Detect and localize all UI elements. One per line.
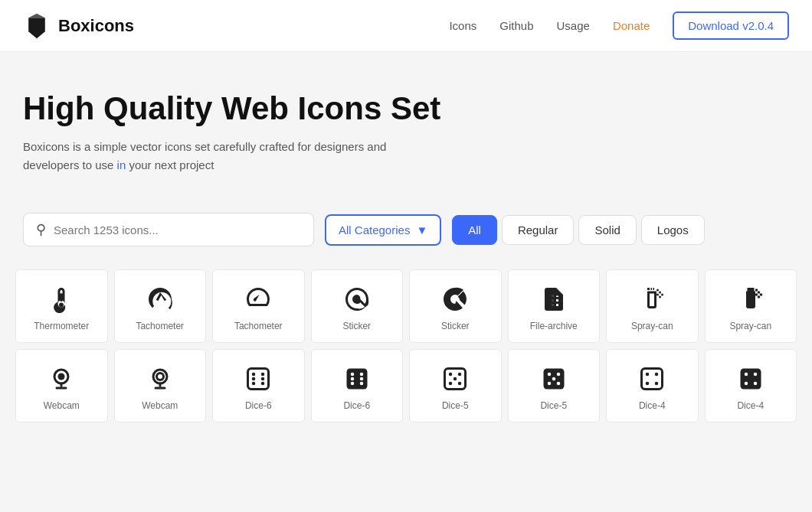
svg-point-20 — [252, 373, 256, 377]
svg-rect-3 — [61, 294, 63, 302]
category-label: All Categories — [339, 223, 410, 236]
tachometer-label-1: Tachometer — [136, 321, 184, 331]
logo-text: Boxicons — [58, 16, 134, 36]
dice-6-icon-2 — [343, 365, 371, 393]
sticker-card-2[interactable]: Sticker — [409, 269, 502, 343]
logo-area: Boxicons — [23, 12, 134, 40]
svg-point-22 — [252, 377, 256, 381]
filter-tabs: All Regular Solid Logos — [452, 215, 704, 245]
webcam-icon-1 — [47, 365, 75, 393]
hero-desc-part2: your next project — [126, 158, 214, 171]
sticker-card-1[interactable]: Sticker — [311, 269, 404, 343]
thermometer-label: Thermometer — [34, 321, 89, 331]
dice-4-card-1[interactable]: Dice-4 — [606, 349, 699, 422]
svg-point-38 — [458, 382, 462, 386]
webcam-card-2[interactable]: Webcam — [114, 349, 207, 422]
svg-point-43 — [548, 382, 552, 386]
svg-point-42 — [552, 377, 556, 381]
tab-logos[interactable]: Logos — [641, 215, 705, 245]
nav-icons[interactable]: Icons — [449, 19, 476, 32]
svg-point-24 — [252, 382, 256, 386]
svg-point-44 — [557, 382, 561, 386]
dice-6-label-1: Dice-6 — [245, 400, 272, 411]
svg-point-25 — [261, 382, 265, 386]
icons-grid-row2: Webcam Webcam Dice-6 — [0, 346, 812, 426]
dice-4-icon-2 — [737, 365, 765, 393]
dice-6-card-2[interactable]: Dice-6 — [311, 349, 404, 422]
svg-marker-0 — [28, 18, 45, 38]
search-box: ⚲ — [23, 213, 314, 246]
webcam-label-1: Webcam — [44, 400, 80, 411]
file-archive-label: File-archive — [530, 321, 578, 331]
dice-4-label-2: Dice-4 — [737, 400, 764, 411]
svg-point-9 — [755, 293, 758, 296]
dice-5-icon-2 — [540, 365, 568, 393]
icons-grid-row1: Thermometer Tachometer Tachometer Sticke… — [0, 266, 812, 346]
tab-all[interactable]: All — [452, 215, 497, 245]
svg-point-40 — [548, 373, 552, 377]
svg-point-27 — [351, 373, 355, 377]
thermometer-icon — [47, 285, 75, 313]
svg-point-46 — [646, 373, 650, 377]
dice-5-icon-1 — [441, 365, 469, 393]
svg-point-48 — [646, 382, 650, 386]
thermometer-card[interactable]: Thermometer — [15, 269, 108, 343]
svg-point-34 — [449, 373, 453, 377]
svg-point-36 — [453, 377, 457, 381]
dice-5-card-2[interactable]: Dice-5 — [508, 349, 601, 422]
webcam-label-2: Webcam — [142, 400, 178, 411]
download-button[interactable]: Download v2.0.4 — [673, 11, 789, 40]
svg-rect-45 — [642, 369, 663, 390]
spray-can-label-2: Spray-can — [729, 321, 771, 331]
dice-6-card-1[interactable]: Dice-6 — [212, 349, 305, 422]
tab-solid[interactable]: Solid — [578, 215, 636, 245]
spray-can-card-2[interactable]: Spray-can — [705, 269, 797, 343]
svg-point-6 — [656, 289, 659, 292]
dice-5-label-2: Dice-5 — [540, 400, 567, 411]
sticker-label-1: Sticker — [342, 321, 371, 331]
hero-title: High Quality Web Icons Set — [23, 90, 789, 127]
svg-point-5 — [659, 292, 661, 294]
tachometer-icon-2 — [244, 285, 272, 313]
nav-github[interactable]: Github — [499, 19, 533, 32]
svg-point-7 — [659, 296, 661, 298]
svg-point-2 — [59, 303, 64, 308]
spray-can-label-1: Spray-can — [631, 321, 673, 331]
svg-rect-50 — [740, 369, 761, 390]
dice-5-label-1: Dice-5 — [442, 400, 469, 411]
svg-point-15 — [58, 373, 65, 380]
svg-point-4 — [656, 294, 659, 296]
file-archive-card[interactable]: File-archive — [508, 269, 601, 343]
svg-rect-19 — [248, 369, 269, 390]
svg-point-13 — [755, 289, 758, 292]
sticker-icon-1 — [343, 285, 371, 313]
svg-point-8 — [661, 294, 663, 296]
tachometer-card-1[interactable]: Tachometer — [114, 269, 207, 343]
chevron-down-icon: ▼ — [416, 223, 427, 236]
svg-point-21 — [261, 373, 265, 377]
spray-can-icon-1 — [638, 285, 666, 313]
spray-can-card-1[interactable]: Spray-can — [606, 269, 699, 343]
webcam-card-1[interactable]: Webcam — [15, 349, 108, 422]
svg-point-18 — [158, 374, 162, 379]
search-input[interactable] — [54, 223, 301, 236]
nav-usage[interactable]: Usage — [557, 19, 590, 32]
svg-point-49 — [655, 382, 659, 386]
svg-rect-26 — [346, 369, 367, 390]
tachometer-card-2[interactable]: Tachometer — [212, 269, 305, 343]
spray-can-icon-2 — [737, 285, 765, 313]
dice-4-label-1: Dice-4 — [639, 400, 666, 411]
svg-point-41 — [557, 373, 561, 377]
tab-regular[interactable]: Regular — [502, 215, 575, 245]
main-nav: Icons Github Usage Donate Download v2.0.… — [449, 11, 789, 40]
category-dropdown[interactable]: All Categories ▼ — [325, 214, 441, 246]
dice-5-card-1[interactable]: Dice-5 — [409, 349, 502, 422]
nav-donate[interactable]: Donate — [613, 19, 650, 32]
webcam-icon-2 — [146, 365, 174, 393]
dice-4-card-2[interactable]: Dice-4 — [705, 349, 797, 422]
svg-point-11 — [757, 295, 760, 298]
tachometer-icon-1 — [146, 285, 174, 313]
tachometer-label-2: Tachometer — [234, 321, 283, 331]
svg-point-37 — [449, 382, 453, 386]
dice-6-icon-1 — [244, 365, 272, 393]
